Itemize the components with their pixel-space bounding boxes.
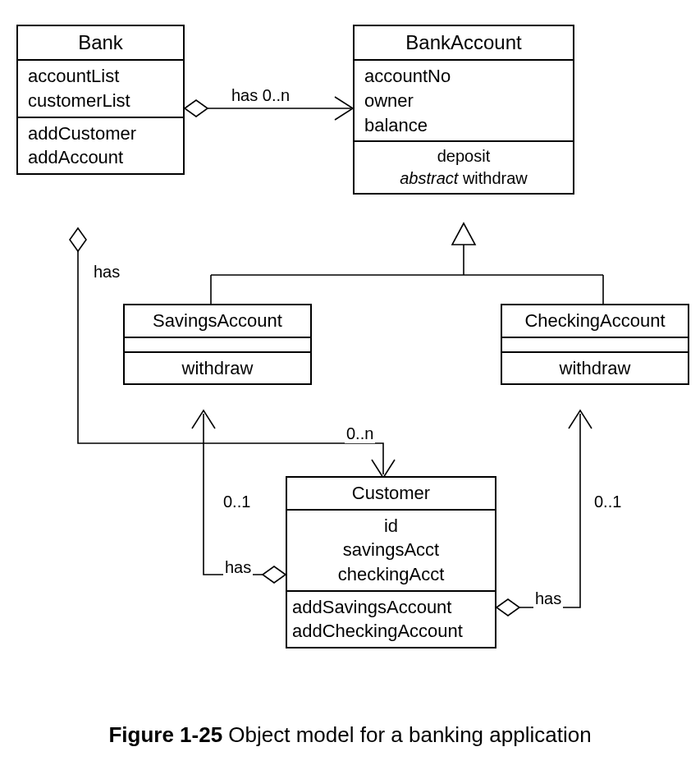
op-checking-withdraw: withdraw <box>512 356 678 381</box>
svg-marker-1 <box>70 228 86 251</box>
class-customer: Customer id savingsAcct checkingAcct add… <box>286 476 496 648</box>
op-deposit: deposit <box>364 145 563 167</box>
figure-caption-number: Figure 1-25 <box>108 722 222 747</box>
attr-checkingAcct: checkingAcct <box>297 562 485 587</box>
op-addCustomer: addCustomer <box>28 121 173 146</box>
class-checkingaccount: CheckingAccount withdraw <box>501 304 689 385</box>
label-has-customer-checking: has <box>533 589 563 608</box>
label-has-0n-bank-bankaccount: has 0..n <box>230 86 291 105</box>
class-customer-attributes: id savingsAcct checkingAcct <box>287 509 495 590</box>
class-customer-operations: addSavingsAccount addCheckingAccount <box>287 590 495 647</box>
class-bank-attributes: accountList customerList <box>18 59 183 116</box>
class-bankaccount-title: BankAccount <box>355 26 573 59</box>
attr-accountNo: accountNo <box>364 64 563 89</box>
label-has-bank-customer: has <box>92 263 121 282</box>
class-savingsaccount: SavingsAccount withdraw <box>123 304 312 385</box>
attr-balance: balance <box>364 113 563 138</box>
class-savingsaccount-operations: withdraw <box>125 351 310 384</box>
op-abstract-withdraw: abstract withdraw <box>364 167 563 190</box>
op-withdraw-text: withdraw <box>458 169 527 187</box>
uml-diagram: Bank accountList customerList addCustome… <box>0 0 700 779</box>
attr-owner: owner <box>364 89 563 113</box>
op-savings-withdraw: withdraw <box>135 356 300 381</box>
class-bankaccount-attributes: accountNo owner balance <box>355 59 573 140</box>
attr-accountList: accountList <box>28 64 173 89</box>
abstract-keyword: abstract <box>400 169 458 187</box>
attr-savingsAcct: savingsAcct <box>297 538 485 562</box>
figure-caption: Figure 1-25 Object model for a banking a… <box>0 722 700 748</box>
class-checkingaccount-title: CheckingAccount <box>502 305 688 337</box>
svg-marker-2 <box>452 223 475 245</box>
edge-customer-has-checking <box>496 410 592 616</box>
attr-id: id <box>297 514 485 538</box>
class-savingsaccount-attributes <box>125 337 310 351</box>
class-bankaccount-operations: deposit abstract withdraw <box>355 140 573 193</box>
attr-customerList: customerList <box>28 89 173 113</box>
label-mult-01-savings: 0..1 <box>222 493 252 511</box>
class-bank: Bank accountList customerList addCustome… <box>16 25 185 175</box>
class-checkingaccount-attributes <box>502 337 688 351</box>
label-mult-0n-customer: 0..n <box>345 424 375 443</box>
class-bank-operations: addCustomer addAccount <box>18 117 183 173</box>
class-customer-title: Customer <box>287 478 495 509</box>
svg-marker-0 <box>185 100 208 117</box>
op-addSavingsAccount: addSavingsAccount <box>292 595 490 620</box>
label-has-customer-savings: has <box>223 558 253 577</box>
edge-generalization-to-bankaccount <box>211 223 603 304</box>
op-addCheckingAccount: addCheckingAccount <box>292 619 490 644</box>
class-checkingaccount-operations: withdraw <box>502 351 688 384</box>
svg-marker-4 <box>496 599 519 616</box>
class-savingsaccount-title: SavingsAccount <box>125 305 310 337</box>
class-bank-title: Bank <box>18 26 183 59</box>
class-bankaccount: BankAccount accountNo owner balance depo… <box>353 25 574 195</box>
svg-marker-3 <box>263 566 286 583</box>
label-mult-01-checking: 0..1 <box>592 493 623 511</box>
op-addAccount: addAccount <box>28 145 173 170</box>
figure-caption-text: Object model for a banking application <box>222 722 592 747</box>
